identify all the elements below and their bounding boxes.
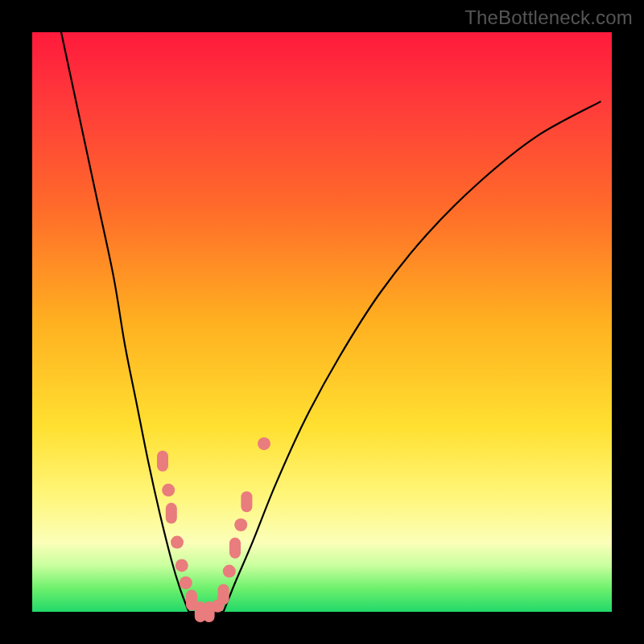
- marker-dot: [180, 576, 192, 589]
- marker-group: [157, 437, 270, 622]
- marker-dot: [223, 565, 236, 578]
- marker-pill: [218, 584, 229, 605]
- marker-pill: [241, 491, 252, 512]
- marker-pill: [157, 451, 168, 472]
- marker-pill: [166, 503, 177, 524]
- marker-dot: [162, 484, 175, 497]
- marker-dot: [171, 536, 184, 549]
- plot-area: [32, 32, 612, 612]
- marker-dot: [258, 437, 270, 450]
- marker-dot: [175, 559, 188, 572]
- right-branch-curve: [224, 101, 601, 612]
- curve-layer: [32, 32, 612, 612]
- marker-dot: [234, 518, 247, 531]
- marker-pill: [229, 538, 241, 559]
- left-branch-curve: [61, 32, 188, 612]
- watermark-text: TheBottleneck.com: [464, 6, 633, 29]
- chart-frame: TheBottleneck.com: [0, 0, 644, 644]
